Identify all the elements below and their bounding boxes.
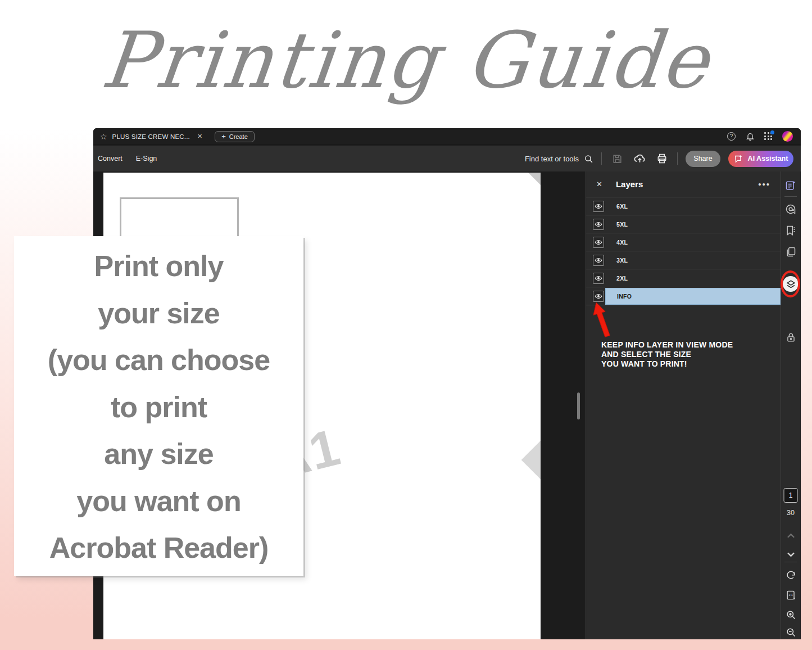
instruction-note: KEEP INFO LAYER IN VIEW MODE AND SELECT … bbox=[601, 340, 733, 369]
star-icon[interactable]: ☆ bbox=[100, 132, 107, 141]
eye-visibility-icon[interactable] bbox=[593, 237, 604, 248]
user-avatar[interactable] bbox=[782, 131, 793, 142]
panel-options-icon[interactable]: ••• bbox=[758, 179, 770, 189]
plus-icon: + bbox=[221, 134, 226, 139]
eye-visibility-icon[interactable] bbox=[593, 219, 604, 230]
instruction-line: any size bbox=[14, 431, 303, 478]
instruction-line: your size bbox=[14, 290, 303, 337]
eye-visibility-icon[interactable] bbox=[593, 255, 604, 266]
create-label: Create bbox=[229, 133, 248, 140]
toolbar-divider bbox=[601, 152, 602, 165]
create-button[interactable]: + Create bbox=[215, 131, 255, 142]
app-launcher-icon[interactable] bbox=[764, 132, 773, 141]
comment-icon[interactable] bbox=[783, 202, 798, 216]
tab-title: PLUS SIZE CREW NEC... bbox=[112, 133, 190, 140]
layer-label: 6XL bbox=[605, 203, 628, 210]
menu-esign[interactable]: E-Sign bbox=[129, 155, 164, 162]
svg-text:1:1: 1:1 bbox=[788, 593, 793, 597]
find-text-label: Find text or tools bbox=[525, 155, 579, 163]
layer-row-6xl[interactable]: 6XL bbox=[586, 197, 781, 215]
next-page-chevron-icon[interactable] bbox=[783, 547, 798, 562]
zoom-out-icon[interactable] bbox=[783, 625, 798, 639]
layer-label: 4XL bbox=[605, 239, 628, 246]
previous-page-chevron-icon[interactable] bbox=[783, 529, 798, 543]
find-text-tools[interactable]: Find text or tools bbox=[525, 154, 593, 164]
layer-row-info[interactable]: INFO bbox=[586, 287, 781, 305]
lock-icon[interactable] bbox=[783, 330, 798, 345]
layer-row-5xl[interactable]: 5XL bbox=[586, 215, 781, 233]
save-icon[interactable] bbox=[610, 151, 624, 166]
red-circle-annotation bbox=[781, 270, 800, 297]
rail-divider bbox=[784, 196, 797, 197]
total-pages-label: 30 bbox=[787, 509, 795, 517]
pattern-diamond bbox=[521, 440, 541, 480]
print-instruction-card: Print only your size (you can choose to … bbox=[14, 236, 303, 576]
right-tool-rail: 1 30 1:1 bbox=[781, 171, 800, 639]
page-fold-corner bbox=[528, 173, 541, 185]
notifications-bell-icon[interactable] bbox=[745, 132, 755, 141]
layer-row-4xl[interactable]: 4XL bbox=[586, 233, 781, 251]
notification-dot bbox=[770, 130, 774, 134]
layer-label: 3XL bbox=[605, 257, 628, 264]
search-icon bbox=[583, 154, 593, 164]
tab-bar: ☆ PLUS SIZE CREW NEC... ✕ + Create ? bbox=[93, 128, 801, 145]
layers-panel: ✕ Layers ••• 6XL 5XL 4XL bbox=[586, 171, 781, 639]
instruction-line: (you can choose bbox=[14, 337, 303, 384]
page-scale-icon[interactable]: 1:1 bbox=[783, 588, 798, 602]
ai-assistant-button[interactable]: AI Assistant bbox=[728, 151, 793, 167]
layer-label: 5XL bbox=[605, 221, 628, 228]
toolbar-divider bbox=[677, 152, 678, 165]
panel-close-icon[interactable]: ✕ bbox=[596, 180, 602, 188]
help-icon[interactable]: ? bbox=[727, 132, 736, 141]
layers-tool-highlight[interactable] bbox=[781, 270, 800, 297]
zoom-in-icon[interactable] bbox=[783, 607, 798, 622]
share-label: Share bbox=[693, 155, 712, 162]
rotate-page-icon[interactable] bbox=[783, 568, 798, 583]
layer-label: INFO bbox=[606, 293, 632, 300]
share-button[interactable]: Share bbox=[686, 151, 720, 167]
current-page-value: 1 bbox=[789, 491, 793, 499]
print-icon[interactable] bbox=[655, 151, 669, 166]
instruction-line: Print only bbox=[14, 243, 303, 290]
selected-layer-highlight: INFO bbox=[605, 288, 781, 305]
upload-cloud-icon[interactable] bbox=[632, 151, 647, 166]
menu-convert[interactable]: Convert bbox=[93, 155, 129, 162]
eye-visibility-icon[interactable] bbox=[593, 273, 604, 284]
bookmarks-icon[interactable] bbox=[783, 223, 798, 238]
annotation-arrow bbox=[591, 300, 614, 340]
toolbar: Convert E-Sign Find text or tools bbox=[93, 146, 801, 171]
layer-row-2xl[interactable]: 2XL bbox=[586, 269, 781, 287]
ai-assistant-icon bbox=[734, 154, 744, 164]
layer-row-3xl[interactable]: 3XL bbox=[586, 251, 781, 269]
current-page-input[interactable]: 1 bbox=[784, 488, 798, 503]
tab-close-icon[interactable]: ✕ bbox=[197, 133, 202, 140]
ai-assistant-label: AI Assistant bbox=[748, 155, 788, 162]
layer-label: 2XL bbox=[605, 275, 628, 282]
eye-visibility-icon[interactable] bbox=[593, 201, 604, 212]
instruction-line: you want on bbox=[14, 478, 303, 525]
pages-icon[interactable] bbox=[783, 245, 798, 259]
instruction-line: to print bbox=[14, 384, 303, 431]
document-tab[interactable]: ☆ PLUS SIZE CREW NEC... ✕ bbox=[93, 128, 209, 145]
layers-panel-title: Layers bbox=[616, 179, 643, 189]
rail-divider bbox=[784, 562, 797, 562]
ai-summary-icon[interactable] bbox=[783, 178, 798, 193]
vertical-scrollbar[interactable] bbox=[577, 392, 580, 419]
page-title: Printing Guide bbox=[0, 4, 812, 117]
instruction-line: Acrobat Reader) bbox=[14, 525, 303, 572]
